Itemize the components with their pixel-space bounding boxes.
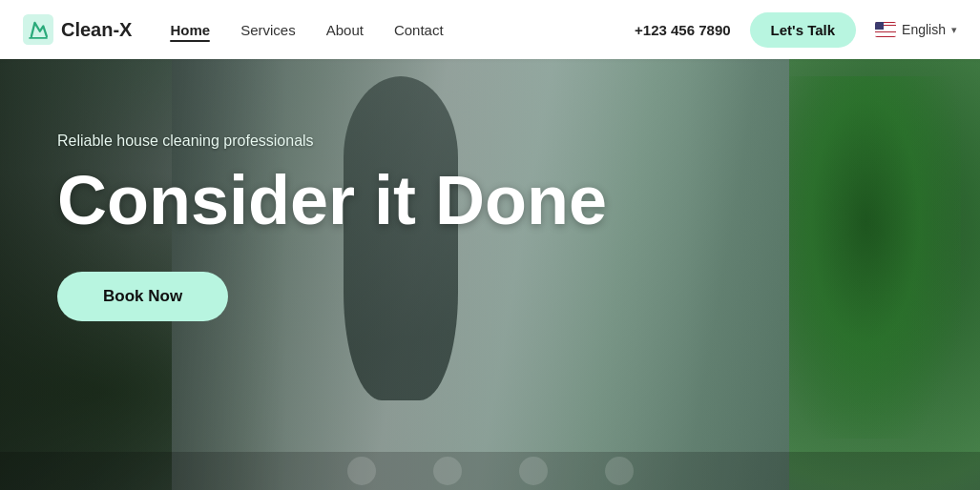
nav-services[interactable]: Services: [240, 22, 296, 38]
bottom-icon-2: [433, 457, 462, 485]
hero-subtitle: Reliable house cleaning professionals: [57, 133, 607, 150]
nav-about[interactable]: About: [326, 22, 364, 38]
book-now-button[interactable]: Book Now: [57, 272, 228, 321]
logo-text: Clean-X: [61, 19, 132, 41]
bottom-icon-3: [519, 457, 548, 485]
hero-section: Reliable house cleaning professionals Co…: [0, 0, 980, 490]
nav-links: Home Services About Contact: [170, 22, 635, 38]
bottom-icon-1: [347, 457, 376, 485]
logo[interactable]: Clean-X: [23, 14, 132, 45]
navbar-right: +123 456 7890 Let's Talk English ▾: [635, 12, 957, 48]
hero-content: Reliable house cleaning professionals Co…: [0, 0, 607, 452]
flag-icon: [875, 22, 896, 37]
bottom-bar: [0, 452, 980, 490]
nav-home[interactable]: Home: [170, 22, 210, 38]
language-selector[interactable]: English ▾: [875, 22, 957, 37]
lets-talk-button[interactable]: Let's Talk: [750, 12, 856, 48]
chevron-down-icon: ▾: [951, 24, 957, 36]
phone-number: +123 456 7890: [635, 22, 731, 38]
bottom-icon-4: [605, 457, 634, 485]
logo-icon: [23, 14, 53, 45]
language-label: English: [902, 22, 946, 37]
navbar: Clean-X Home Services About Contact +123…: [0, 0, 980, 59]
nav-contact[interactable]: Contact: [394, 22, 444, 38]
hero-title: Consider it Done: [57, 165, 607, 237]
